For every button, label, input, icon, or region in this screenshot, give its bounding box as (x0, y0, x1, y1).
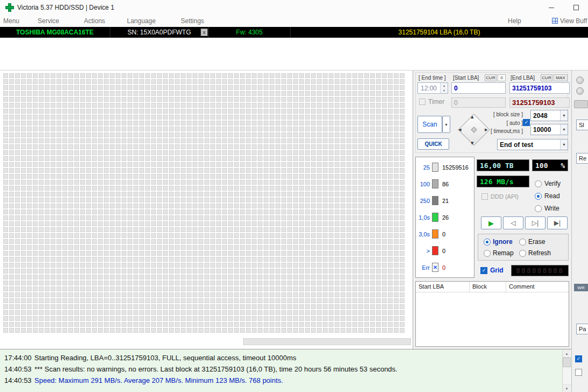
end-lba-input[interactable]: 31251759103 (509, 82, 570, 94)
side-gray-button[interactable] (574, 100, 588, 108)
maximize-button[interactable] (564, 0, 588, 15)
dpad-left-icon[interactable]: ◂ (458, 127, 462, 132)
scan-block (56, 257, 61, 262)
timeout-combo[interactable]: 10000 ▼ (530, 124, 568, 135)
scan-block (352, 221, 357, 226)
scan-block (110, 204, 115, 208)
scan-block (187, 192, 192, 197)
write-radio[interactable] (535, 205, 542, 212)
scan-block (341, 269, 345, 274)
quick-button[interactable]: QUICK (417, 138, 449, 150)
end-max-button[interactable]: MAX (554, 74, 568, 81)
scan-block (45, 180, 49, 185)
scan-block (400, 109, 405, 114)
refresh-radio[interactable] (519, 250, 526, 257)
scan-block (382, 138, 387, 143)
scan-block (92, 257, 97, 262)
side-button-pa[interactable]: Pa (576, 324, 588, 334)
verify-radio[interactable] (535, 180, 542, 187)
scroll-down-icon[interactable]: ▼ (563, 384, 571, 392)
mode-write-row[interactable]: Write (535, 205, 559, 212)
scan-block (394, 109, 399, 114)
scan-block (122, 180, 126, 185)
timer-checkbox[interactable] (419, 99, 426, 105)
step-back-button[interactable]: ◁ (503, 216, 523, 229)
scan-block (388, 221, 393, 226)
scan-block (62, 204, 67, 208)
view-buffer-button[interactable]: View Buff (560, 17, 587, 25)
end-cur-button[interactable]: CUR (541, 74, 552, 81)
chevron-down-icon[interactable]: ▼ (560, 139, 568, 150)
dpad-up-icon[interactable]: ▴ (471, 114, 474, 120)
column-block[interactable]: Block (470, 282, 506, 292)
dpad-down-icon[interactable]: ▾ (471, 140, 474, 146)
to-end-button[interactable]: ▶| (547, 216, 568, 229)
horizontal-scrollbar-thumb[interactable] (243, 338, 411, 345)
chevron-down-icon[interactable]: ▼ (560, 110, 568, 121)
auto-checkbox[interactable]: ✓ (523, 119, 530, 126)
start-lba-input[interactable]: 0 (451, 82, 506, 94)
defect-table[interactable]: Start LBA Block Comment (415, 281, 569, 347)
action-refresh-row[interactable]: Refresh (519, 249, 551, 257)
log-scrollbar[interactable]: ▲ ▼ (562, 350, 571, 392)
scroll-up-icon[interactable]: ▲ (563, 350, 571, 358)
spin-up-icon[interactable]: ▲ (441, 83, 448, 88)
end-time-spin-buttons[interactable]: ▲ ▼ (440, 83, 448, 93)
scan-block (116, 150, 121, 155)
scan-block (317, 156, 322, 161)
scan-block (9, 209, 14, 214)
corner-checkbox-checked[interactable]: ✓ (575, 355, 582, 362)
side-button-sl[interactable]: Sl (576, 120, 588, 130)
direction-pad[interactable]: ▴ ▾ ◂ ▸ (457, 113, 491, 146)
start-cur-button[interactable]: CUR (485, 74, 497, 81)
scan-button[interactable]: Scan (417, 116, 442, 133)
start-test-button[interactable]: ▶ (481, 216, 501, 229)
menu-item-language[interactable]: Language (127, 17, 155, 25)
action-erase-row[interactable]: Erase (519, 238, 545, 246)
mode-verify-row[interactable]: Verify (535, 180, 561, 187)
corner-checkbox-unchecked[interactable] (575, 369, 582, 376)
action-ignore-row[interactable]: Ignore (484, 238, 513, 246)
scan-block (33, 328, 38, 333)
scan-block (127, 204, 132, 208)
menu-item-help[interactable]: Help (508, 17, 521, 25)
chevron-down-icon[interactable]: ▼ (560, 124, 568, 135)
erase-radio[interactable] (519, 239, 526, 246)
spin-down-icon[interactable]: ▼ (441, 88, 448, 94)
read-radio[interactable] (535, 193, 542, 200)
minimize-button[interactable] (539, 0, 564, 15)
scan-block (281, 269, 286, 274)
column-comment[interactable]: Comment (506, 282, 569, 292)
end-time-spinner[interactable]: 12:00 ▲ ▼ (417, 82, 448, 94)
scan-block (364, 281, 369, 285)
scan-block (163, 180, 168, 185)
ignore-radio[interactable] (484, 239, 491, 246)
scan-block (151, 316, 156, 321)
mode-read-row[interactable]: Read (535, 192, 560, 200)
scan-dropdown-button[interactable]: ▼ (442, 116, 450, 133)
log-scrollbar-thumb[interactable] (563, 358, 571, 367)
ddd-api-checkbox[interactable] (481, 193, 488, 200)
action-remap-row[interactable]: Remap (484, 249, 514, 257)
menu-item-service[interactable]: Service (38, 17, 59, 25)
scan-block (258, 168, 263, 173)
scan-block (329, 73, 334, 78)
scan-block (204, 109, 209, 114)
menu-item-settings[interactable]: Settings (181, 17, 204, 25)
step-forward-button[interactable]: ▷| (525, 216, 546, 229)
menu-item-menu[interactable]: Menu (3, 17, 19, 25)
scan-block (68, 269, 73, 274)
timer-input[interactable]: 0 (451, 97, 506, 108)
grid-checkbox[interactable]: ✓ (480, 267, 487, 274)
side-button-re[interactable]: Re (576, 153, 588, 164)
scan-block (341, 292, 345, 297)
end-of-test-combo[interactable]: End of test ▼ (497, 139, 568, 150)
remap-radio[interactable] (484, 250, 491, 257)
column-start-lba[interactable]: Start LBA (416, 282, 470, 292)
scan-block (323, 73, 328, 78)
block-size-combo[interactable]: 2048 ▼ (530, 110, 568, 121)
scan-block (199, 132, 203, 137)
menu-item-actions[interactable]: Actions (84, 17, 105, 25)
ddd-api-label: DDD (API) (491, 193, 519, 200)
close-device-button[interactable]: x (201, 29, 208, 36)
